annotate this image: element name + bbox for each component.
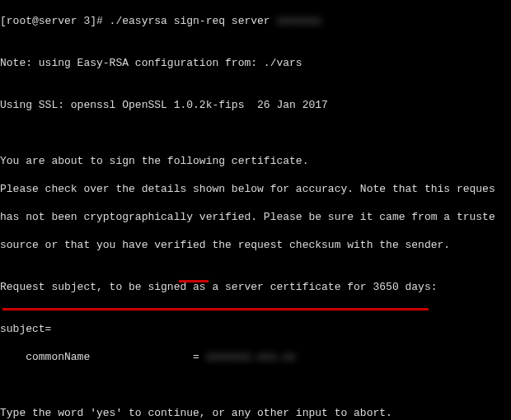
request-subject: Request subject, to be signed as a serve… [0,280,511,294]
common-name-label: commonName = [0,351,206,363]
underline-passphrase [2,308,429,310]
prompt-command: [root@server 3]# ./easyrsa sign-req serv… [0,15,276,27]
redacted-name: xxxxxxx [276,15,321,27]
crypto-notice: has not been cryptographically verified.… [0,210,511,224]
easyrsa-note: Note: using Easy-RSA configuration from:… [0,56,511,70]
checksum-notice: source or that you have verified the req… [0,238,511,252]
terminal-screen[interactable]: [root@server 3]# ./easyrsa sign-req serv… [0,0,511,420]
underline-yes [179,280,209,282]
subject-label: subject= [0,322,511,336]
redacted-cn: xxxxxxx.xxx.xx [206,351,296,363]
type-yes-prompt: Type the word 'yes' to continue, or any … [0,406,511,420]
accuracy-notice: Please check over the details shown belo… [0,182,511,196]
sign-notice: You are about to sign the following cert… [0,154,511,168]
ssl-version: Using SSL: openssl OpenSSL 1.0.2k-fips 2… [0,98,511,112]
